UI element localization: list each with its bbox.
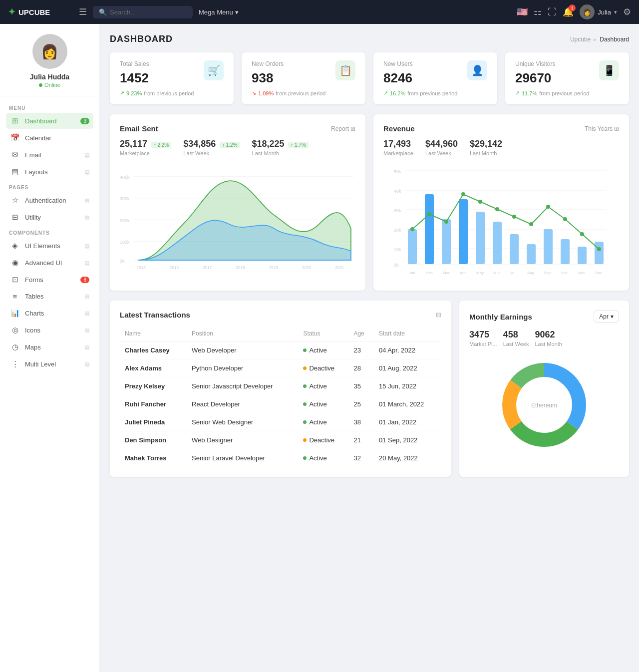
charts-icon: 📊 xyxy=(10,309,20,318)
cell-start-date: 01 Sep, 2022 xyxy=(374,431,441,449)
status-indicator xyxy=(303,438,307,442)
hamburger-menu[interactable]: ☰ xyxy=(79,6,87,17)
sidebar-item-ui-elements[interactable]: ◈ UI Elements ▤ xyxy=(6,238,93,254)
settings-icon[interactable]: ⚙ xyxy=(623,6,631,17)
earn-stat-label-2: Last Month xyxy=(535,341,562,347)
sidebar-item-maps[interactable]: ◷ Maps ▤ xyxy=(6,339,93,355)
email-chart-action[interactable]: Report ⊞ xyxy=(331,125,355,132)
cell-age: 21 xyxy=(348,431,374,449)
search-bar[interactable]: 🔍 xyxy=(93,6,193,18)
user-name: Julia xyxy=(598,8,611,16)
breadcrumb: Upcube ▸ Dashboard xyxy=(570,36,629,43)
col-position: Position xyxy=(187,326,298,341)
svg-text:2019: 2019 xyxy=(269,266,279,270)
search-input[interactable] xyxy=(110,8,180,16)
components-section-label: COMPONENTS xyxy=(6,226,93,238)
svg-text:300k: 300k xyxy=(120,196,130,201)
svg-text:0k: 0k xyxy=(394,263,399,268)
arrow-icon: ▤ xyxy=(84,197,89,204)
language-flag[interactable]: 🇺🇸 xyxy=(517,6,528,17)
svg-text:20k: 20k xyxy=(394,228,401,233)
table-row: Juliet Pineda Senior Web Designer Active… xyxy=(120,413,441,431)
sidebar-item-calendar[interactable]: 📅 Calendar xyxy=(6,130,93,146)
sidebar-item-authentication[interactable]: ☆ Authentication ▤ xyxy=(6,192,93,208)
revenue-stat-value-0: 17,493 xyxy=(383,139,411,149)
donut-chart-wrap: Ethereum xyxy=(469,355,619,455)
svg-rect-30 xyxy=(425,194,434,264)
cell-age: 28 xyxy=(348,359,374,377)
svg-rect-35 xyxy=(510,234,519,264)
cell-age: 25 xyxy=(348,395,374,413)
svg-point-42 xyxy=(427,212,431,216)
svg-text:200k: 200k xyxy=(120,218,130,223)
arrow-icon: ▤ xyxy=(84,152,89,158)
svg-text:2018: 2018 xyxy=(236,266,245,270)
earnings-stats: 3475 Market Pl... 458 Last Week 9062 Las… xyxy=(469,330,619,347)
cell-position: Python Developer xyxy=(187,359,298,377)
revenue-chart-title: Revenue xyxy=(383,124,415,133)
sidebar-item-layouts[interactable]: ▤ Layouts ▤ xyxy=(6,164,93,180)
user-avatar-wrap[interactable]: 👩 Julia ▾ xyxy=(580,4,617,19)
sidebar-item-utility[interactable]: ⊟ Utility ▤ xyxy=(6,209,93,225)
sidebar-item-icons[interactable]: ◎ Icons ▤ xyxy=(6,322,93,338)
sidebar-item-label: Utility xyxy=(25,214,79,221)
cell-start-date: 01 March, 2022 xyxy=(374,395,441,413)
svg-point-46 xyxy=(495,207,499,211)
stat-value: 1452 xyxy=(120,70,149,86)
sidebar-item-advanced-ui[interactable]: ◉ Advanced UI ▤ xyxy=(6,255,93,271)
cell-name: Alex Adams xyxy=(120,359,187,377)
sidebar-item-label: Forms xyxy=(25,276,75,284)
sidebar-item-label: Maps xyxy=(25,343,79,351)
sidebar-item-dashboard[interactable]: ⊞ Dashboard 3 xyxy=(6,113,93,129)
svg-rect-31 xyxy=(442,219,451,264)
svg-rect-38 xyxy=(561,239,570,264)
sidebar-item-email[interactable]: ✉ Email ▤ xyxy=(6,147,93,163)
arrow-icon: ▤ xyxy=(84,361,89,367)
notification-icon[interactable]: 🔔 1 xyxy=(563,6,574,17)
sidebar-item-multi-level[interactable]: ⋮ Multi Level ▤ xyxy=(6,356,93,372)
app-name: UPCUBE xyxy=(18,8,50,16)
dashboard-badge: 3 xyxy=(80,118,89,124)
table-row: Mahek Torres Senior Laravel Developer Ac… xyxy=(120,449,441,467)
sidebar-item-label: Advanced UI xyxy=(25,259,79,267)
table-row: Prezy Kelsey Senior Javascript Developer… xyxy=(120,377,441,395)
email-stat-label-2: Last Month xyxy=(252,150,309,156)
dashboard-icon: ⊞ xyxy=(10,116,20,125)
status-text: Active xyxy=(309,454,326,462)
tables-icon: ≡ xyxy=(10,292,20,301)
cell-status: Active xyxy=(298,449,348,467)
report-icon: ⊞ xyxy=(350,125,355,132)
stat-card-new-users: New Users 8246 👤 ↗ 16.2% from previous p… xyxy=(373,52,497,104)
stat-cards: Total Sales 1452 🛒 ↗ 9.23% from previous… xyxy=(110,52,629,104)
col-start-date: Start date xyxy=(374,326,441,341)
svg-text:400k: 400k xyxy=(120,175,130,180)
fullscreen-icon[interactable]: ⛶ xyxy=(548,7,557,17)
email-stat-badge-0: ↑ 2.2% xyxy=(151,142,172,148)
cell-name: Ruhi Fancher xyxy=(120,395,187,413)
svg-text:2020: 2020 xyxy=(302,266,312,270)
svg-text:Mar: Mar xyxy=(443,271,450,275)
sidebar-profile: 👩 Julia Hudda Online xyxy=(0,34,99,96)
status-text: Deactive xyxy=(309,364,334,372)
month-select[interactable]: Apr ▾ xyxy=(594,311,619,323)
change-arrow-up: ↗ xyxy=(515,90,520,96)
sidebar-item-label: Tables xyxy=(25,293,79,300)
cell-start-date: 20 May, 2022 xyxy=(374,449,441,467)
sidebar-item-charts[interactable]: 📊 Charts ▤ xyxy=(6,305,93,321)
email-chart-stats: 25,117 ↑ 2.2% Marketplace $34,856 ↑ 1.2%… xyxy=(120,139,355,156)
cell-age: 23 xyxy=(348,341,374,359)
sidebar-item-forms[interactable]: ⊡ Forms 8 xyxy=(6,272,93,288)
svg-text:Jul: Jul xyxy=(510,271,515,275)
change-value: 9.23% xyxy=(126,90,142,96)
sidebar-item-tables[interactable]: ≡ Tables ▤ xyxy=(6,289,93,304)
stat-icon-unique-visitors: 📱 xyxy=(599,60,619,80)
cell-age: 32 xyxy=(348,449,374,467)
sidebar-item-label: Layouts xyxy=(25,168,79,176)
transactions-action-icon[interactable]: ⊟ xyxy=(436,311,441,319)
revenue-bar-chart: 50k 40k 30k 20k 10k 0k xyxy=(383,164,619,281)
revenue-chart-action[interactable]: This Years ⊞ xyxy=(585,125,619,132)
sidebar-item-label: Multi Level xyxy=(25,360,79,368)
apps-icon[interactable]: ⚏ xyxy=(534,6,542,17)
mega-menu-button[interactable]: Mega Menu ▾ xyxy=(199,8,239,16)
svg-text:2016: 2016 xyxy=(170,266,179,270)
